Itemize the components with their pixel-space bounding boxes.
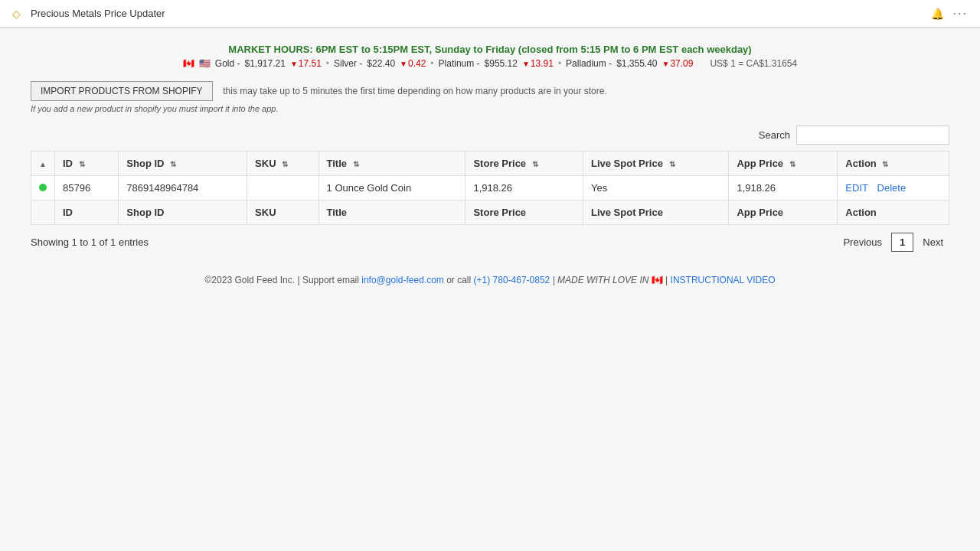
- delete-button[interactable]: Delete: [877, 182, 906, 194]
- col-title[interactable]: Title ⇅: [318, 152, 466, 176]
- status-dot-green: [39, 184, 47, 191]
- platinum-price: $955.12: [485, 58, 518, 69]
- app-title: Precious Metals Price Updater: [31, 8, 165, 19]
- next-button[interactable]: Next: [916, 233, 949, 251]
- import-section: IMPORT PRODUCTS FROM SHOPIFY this may ta…: [31, 81, 949, 113]
- row-shop-id: 7869148964784: [119, 176, 247, 201]
- silver-label: Silver -: [334, 58, 362, 69]
- import-sub-note: If you add a new product in shopify you …: [31, 104, 949, 113]
- row-app-price: 1,918.26: [729, 176, 838, 201]
- search-input[interactable]: [796, 126, 949, 145]
- search-bar: Search: [31, 126, 949, 145]
- footer-call-text: or call: [446, 275, 473, 285]
- row-live-spot-price: Yes: [583, 176, 729, 201]
- footer-live-spot-price: Live Spot Price: [583, 201, 729, 225]
- table-header-row: ▲ ID ⇅ Shop ID ⇅ SKU ⇅ Title ⇅: [31, 152, 949, 176]
- palladium-price: $1,355.40: [616, 58, 657, 69]
- previous-button[interactable]: Previous: [837, 233, 888, 251]
- row-status-cell: [31, 176, 55, 201]
- footer-store-price: Store Price: [466, 201, 583, 225]
- col-status[interactable]: ▲: [31, 152, 55, 176]
- gold-price: $1,917.21: [244, 58, 285, 69]
- footer-title: Title: [318, 201, 466, 225]
- sort-icon-sku: ⇅: [282, 160, 288, 168]
- page-1-button[interactable]: 1: [891, 233, 913, 252]
- main-content: MARKET HOURS: 6PM EST to 5:15PM EST, Sun…: [0, 28, 980, 301]
- platinum-label: Platinum -: [439, 58, 480, 69]
- footer-id: ID: [55, 201, 119, 225]
- col-action[interactable]: Action ⇅: [838, 152, 949, 176]
- col-live-spot-price[interactable]: Live Spot Price ⇅: [583, 152, 729, 176]
- col-app-price[interactable]: App Price ⇅: [729, 152, 838, 176]
- footer-made-love: | MADE WITH LOVE IN: [553, 275, 649, 285]
- showing-text: Showing 1 to 1 of 1 entries: [31, 236, 149, 248]
- sort-icon-id: ⇅: [79, 160, 85, 168]
- footer-shop-id: Shop ID: [119, 201, 247, 225]
- pagination-controls: Previous 1 Next: [837, 233, 949, 252]
- silver-change: 0.42: [400, 58, 426, 69]
- market-banner: MARKET HOURS: 6PM EST to 5:15PM EST, Sun…: [31, 44, 949, 69]
- row-action-cell: EDIT Delete: [838, 176, 949, 201]
- footer-app-price: App Price: [729, 201, 838, 225]
- top-bar-right: 🔔 ···: [931, 7, 968, 21]
- col-sku[interactable]: SKU ⇅: [247, 152, 318, 176]
- footer-instructional-video[interactable]: INSTRUCTIONAL VIDEO: [671, 275, 776, 285]
- row-title: 1 Ounce Gold Coin: [318, 176, 466, 201]
- bell-icon[interactable]: 🔔: [931, 8, 944, 20]
- sort-icon-store-price: ⇅: [532, 160, 538, 168]
- row-id: 85796: [55, 176, 119, 201]
- gold-label: Gold -: [215, 58, 240, 69]
- sort-icon-app-price: ⇅: [789, 160, 795, 168]
- exchange-rate: US$ 1 = CA$1.31654: [710, 58, 797, 69]
- import-products-button[interactable]: IMPORT PRODUCTS FROM SHOPIFY: [31, 81, 213, 101]
- footer-canada-flag: 🇨🇦: [652, 275, 665, 285]
- canada-flag: 🇨🇦: [183, 58, 194, 69]
- col-store-price[interactable]: Store Price ⇅: [466, 152, 583, 176]
- gold-change: 17.51: [290, 58, 322, 69]
- products-table: ▲ ID ⇅ Shop ID ⇅ SKU ⇅ Title ⇅: [31, 151, 949, 225]
- footer-sku: SKU: [247, 201, 318, 225]
- palladium-change: 37.09: [662, 58, 694, 69]
- palladium-label: Palladium -: [566, 58, 612, 69]
- search-label: Search: [759, 129, 790, 141]
- sort-icon-live-spot: ⇅: [669, 160, 675, 168]
- footer: ©2023 Gold Feed Inc. | Support email inf…: [31, 275, 949, 285]
- pagination-area: Showing 1 to 1 of 1 entries Previous 1 N…: [31, 233, 949, 252]
- footer-action: Action: [838, 201, 949, 225]
- import-note: this may take up to 5 minutes the first …: [223, 86, 607, 96]
- market-hours-text: MARKET HOURS: 6PM EST to 5:15PM EST, Sun…: [31, 44, 949, 55]
- col-shop-id[interactable]: Shop ID ⇅: [119, 152, 247, 176]
- sort-icon-status: ▲: [39, 160, 47, 168]
- row-store-price: 1,918.26: [466, 176, 583, 201]
- prices-bar: 🇨🇦 🇺🇸 Gold - $1,917.21 17.51 • Silver - …: [31, 58, 949, 69]
- footer-status: [31, 201, 55, 225]
- usa-flag: 🇺🇸: [199, 58, 211, 69]
- row-sku: [247, 176, 318, 201]
- platinum-change: 13.91: [522, 58, 554, 69]
- footer-email[interactable]: info@gold-feed.com: [361, 275, 444, 285]
- sort-icon-shop-id: ⇅: [170, 160, 176, 168]
- table-footer-row: ID Shop ID SKU Title Store Price Live Sp…: [31, 201, 949, 225]
- silver-price: $22.40: [367, 58, 395, 69]
- sort-icon-title: ⇅: [353, 160, 359, 168]
- sort-icon-action: ⇅: [882, 160, 888, 168]
- footer-phone[interactable]: (+1) 780-467-0852: [474, 275, 550, 285]
- top-bar-left: ◇ Precious Metals Price Updater: [12, 8, 165, 20]
- edit-button[interactable]: EDIT: [845, 182, 868, 194]
- footer-copyright: ©2023 Gold Feed Inc. | Support email: [205, 275, 362, 285]
- top-bar: ◇ Precious Metals Price Updater 🔔 ···: [0, 0, 980, 28]
- table-row: 85796 7869148964784 1 Ounce Gold Coin 1,…: [31, 176, 949, 201]
- app-icon: ◇: [12, 8, 24, 20]
- more-options-icon[interactable]: ···: [953, 7, 968, 21]
- col-id[interactable]: ID ⇅: [55, 152, 119, 176]
